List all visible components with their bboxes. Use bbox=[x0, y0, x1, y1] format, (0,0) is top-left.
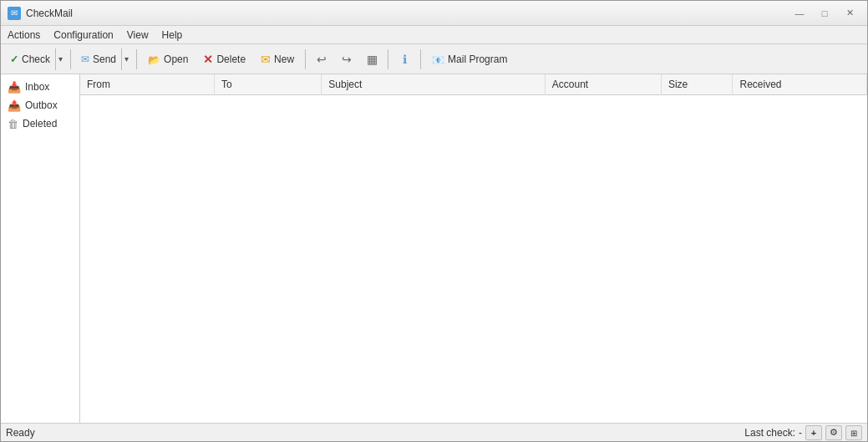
status-resize-button[interactable] bbox=[845, 425, 862, 440]
send-button[interactable]: Send bbox=[76, 48, 121, 70]
col-header-to[interactable]: To bbox=[214, 74, 321, 95]
send-dropdown[interactable]: ▾ bbox=[121, 48, 131, 70]
status-gear-button[interactable] bbox=[825, 425, 842, 440]
plus-icon bbox=[811, 428, 816, 438]
sep3 bbox=[305, 49, 306, 69]
col-header-size[interactable]: Size bbox=[661, 74, 733, 95]
inbox-icon bbox=[8, 80, 21, 94]
app-window: ✉ CheckMail — □ ✕ Actions Configuration … bbox=[0, 0, 868, 442]
grid-button[interactable] bbox=[360, 48, 383, 71]
info-button[interactable] bbox=[393, 48, 416, 71]
check-icon bbox=[10, 53, 18, 65]
open-icon bbox=[148, 53, 160, 66]
col-header-account[interactable]: Account bbox=[545, 74, 661, 95]
status-text: Ready bbox=[6, 427, 35, 439]
grid-icon bbox=[367, 53, 378, 66]
sidebar-item-deleted[interactable]: Deleted bbox=[1, 114, 79, 133]
send-button-group: Send ▾ bbox=[75, 48, 132, 71]
check-button[interactable]: Check bbox=[5, 48, 55, 70]
info-icon bbox=[403, 53, 407, 66]
title-bar-left: ✉ CheckMail bbox=[8, 7, 73, 20]
sep2 bbox=[136, 49, 137, 69]
open-label: Open bbox=[164, 53, 188, 65]
reply-icon bbox=[317, 53, 327, 66]
deleted-icon bbox=[8, 117, 18, 130]
sep1 bbox=[70, 49, 71, 69]
table-header-row: From To Subject Account Size Received bbox=[80, 74, 867, 95]
sidebar-item-outbox[interactable]: Outbox bbox=[1, 96, 79, 114]
status-bar: Ready Last check: - bbox=[1, 423, 867, 441]
last-check-label: Last check: bbox=[744, 427, 795, 439]
outbox-icon bbox=[8, 99, 21, 112]
send-icon bbox=[81, 53, 89, 65]
col-header-subject[interactable]: Subject bbox=[322, 74, 545, 95]
minimize-button[interactable]: — bbox=[789, 5, 810, 22]
col-header-from[interactable]: From bbox=[80, 74, 214, 95]
delete-button[interactable]: Delete bbox=[196, 48, 252, 71]
menu-configuration[interactable]: Configuration bbox=[47, 26, 119, 43]
mailprog-label: Mail Program bbox=[448, 53, 507, 65]
outbox-label: Outbox bbox=[25, 99, 58, 111]
status-plus-button[interactable] bbox=[805, 425, 822, 440]
status-right: Last check: - bbox=[744, 425, 862, 440]
title-bar: ✉ CheckMail — □ ✕ bbox=[1, 1, 867, 26]
menu-view[interactable]: View bbox=[120, 26, 155, 43]
reply-button[interactable] bbox=[310, 48, 333, 71]
mailprog-button[interactable]: Mail Program bbox=[425, 48, 514, 71]
open-button[interactable]: Open bbox=[141, 48, 195, 71]
mailprog-icon bbox=[432, 53, 444, 66]
check-dropdown[interactable]: ▾ bbox=[55, 48, 65, 70]
col-header-received[interactable]: Received bbox=[733, 74, 867, 95]
delete-icon bbox=[203, 53, 213, 66]
deleted-label: Deleted bbox=[23, 118, 57, 130]
forward-icon bbox=[342, 53, 352, 66]
menu-bar: Actions Configuration View Help bbox=[1, 26, 867, 44]
inbox-label: Inbox bbox=[25, 81, 49, 93]
new-icon bbox=[261, 53, 271, 66]
sep4 bbox=[388, 49, 388, 69]
window-controls: — □ ✕ bbox=[789, 5, 860, 22]
menu-help[interactable]: Help bbox=[155, 26, 190, 43]
sep5 bbox=[420, 49, 421, 69]
email-list-area: From To Subject Account Size Received bbox=[80, 74, 867, 423]
resize-icon bbox=[850, 428, 857, 438]
new-button[interactable]: New bbox=[254, 48, 301, 71]
menu-actions[interactable]: Actions bbox=[1, 26, 47, 43]
gear-icon bbox=[830, 427, 838, 438]
sidebar: Inbox Outbox Deleted bbox=[1, 74, 80, 423]
forward-button[interactable] bbox=[335, 48, 358, 71]
toolbar: Check ▾ Send ▾ Open Delete New bbox=[1, 44, 867, 74]
email-table: From To Subject Account Size Received bbox=[80, 74, 867, 95]
check-button-group: Check ▾ bbox=[4, 48, 66, 71]
new-label: New bbox=[274, 53, 294, 65]
check-label: Check bbox=[22, 53, 50, 65]
sidebar-item-inbox[interactable]: Inbox bbox=[1, 78, 79, 96]
last-check-value: - bbox=[799, 427, 802, 439]
delete-label: Delete bbox=[216, 53, 246, 65]
app-title: CheckMail bbox=[26, 8, 73, 19]
app-icon: ✉ bbox=[8, 7, 21, 20]
send-label: Send bbox=[93, 53, 116, 65]
main-area: Inbox Outbox Deleted From To Subject Acc bbox=[1, 74, 867, 423]
maximize-button[interactable]: □ bbox=[814, 5, 835, 22]
close-button[interactable]: ✕ bbox=[839, 5, 860, 22]
